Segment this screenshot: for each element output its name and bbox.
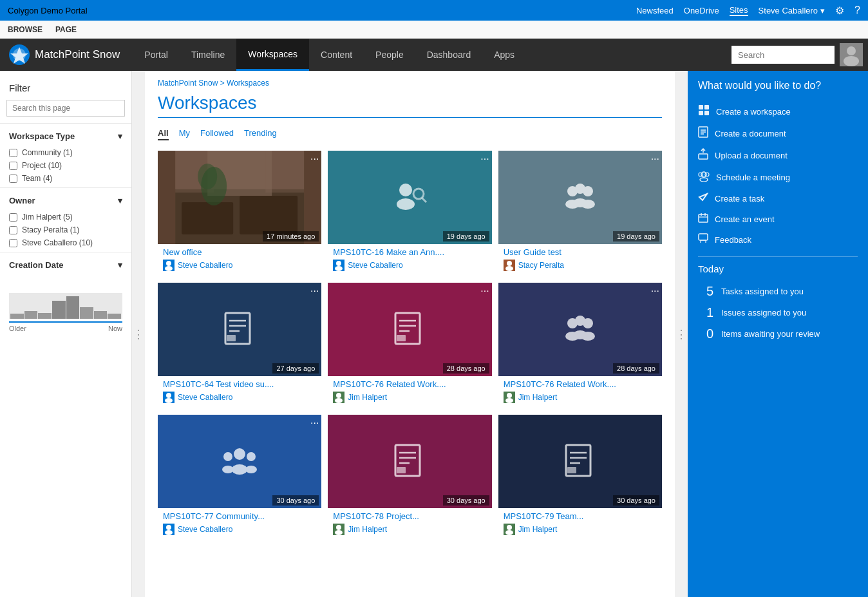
card-owner-name-6[interactable]: Jim Halpert: [518, 393, 558, 402]
newsfeed-link[interactable]: Newsfeed: [636, 6, 674, 15]
gear-icon[interactable]: ⚙: [835, 5, 844, 17]
tab-my[interactable]: My: [179, 127, 190, 140]
workspace-card-3[interactable]: 19 days ago ··· User Guide test Stacy Pe…: [498, 151, 662, 276]
card-owner-name-1[interactable]: Steve Caballero: [178, 261, 232, 270]
card-owner-5: Jim Halpert: [333, 392, 486, 403]
card-title-4[interactable]: MPS10TC-64 Test video su....: [163, 379, 316, 389]
workspace-type-header[interactable]: Workspace Type ▾: [0, 126, 131, 146]
sidebar-resize-handle[interactable]: ⋮: [132, 71, 145, 597]
svg-rect-46: [397, 335, 406, 341]
breadcrumb-root[interactable]: MatchPoint Snow: [158, 79, 218, 88]
action-create-event[interactable]: Create an event: [698, 209, 858, 229]
card-title-2[interactable]: MPS10TC-16 Make an Ann....: [333, 247, 486, 257]
tab-followed[interactable]: Followed: [200, 127, 234, 140]
filter-jim: Jim Halpert (5): [0, 211, 131, 223]
nav-content[interactable]: Content: [309, 39, 364, 71]
svg-point-48: [336, 393, 341, 398]
workspace-card-1[interactable]: 17 minutes ago ··· New office Steve Caba…: [158, 151, 321, 276]
action-create-document[interactable]: Create a document: [698, 122, 858, 144]
svg-point-40: [166, 393, 171, 398]
card-owner-name-9[interactable]: Jim Halpert: [518, 525, 558, 534]
nav-dashboard[interactable]: Dashboard: [415, 39, 483, 71]
card-timestamp-3: 19 days ago: [613, 231, 659, 242]
workspace-card-5[interactable]: 28 days ago ··· MPS10TC-76 Related Work.…: [328, 283, 491, 408]
action-create-task[interactable]: Create a task: [698, 188, 858, 209]
workspace-card-9[interactable]: 30 days ago MPS10TC-79 Team... Jim Halpe…: [498, 415, 662, 540]
card-title-8[interactable]: MPS10TC-78 Project...: [333, 511, 486, 521]
svg-point-82: [507, 525, 512, 530]
nav-workspaces[interactable]: Workspaces: [236, 39, 309, 71]
filter-stacy: Stacy Peralta (1): [0, 223, 131, 236]
stacy-checkbox[interactable]: [9, 226, 17, 234]
card-dots-5[interactable]: ···: [480, 285, 489, 297]
card-owner-name-7[interactable]: Steve Caballero: [178, 525, 232, 534]
card-image-2: 19 days ago ···: [328, 151, 491, 244]
jim-checkbox[interactable]: [9, 213, 17, 222]
filter-title: Filter: [0, 77, 131, 97]
tab-all[interactable]: All: [158, 127, 169, 140]
today-reviews[interactable]: 0 Items awaiting your review: [698, 323, 858, 345]
project-checkbox[interactable]: [9, 162, 17, 170]
card-timestamp-1: 17 minutes ago: [263, 231, 319, 242]
workspace-icon: [698, 104, 710, 118]
card-owner-name-8[interactable]: Jim Halpert: [348, 525, 387, 534]
community-checkbox[interactable]: [9, 149, 17, 157]
ribbon-page[interactable]: PAGE: [55, 25, 77, 34]
owner-avatar-1: [163, 260, 175, 271]
ribbon-browse[interactable]: BROWSE: [8, 25, 42, 34]
card-dots-7[interactable]: ···: [310, 417, 319, 429]
workspace-card-8[interactable]: 30 days ago MPS10TC-78 Project... Jim Ha…: [328, 415, 491, 540]
workspace-card-6[interactable]: 28 days ago ··· MPS10TC-76 Related Work.…: [498, 283, 662, 408]
action-schedule-meeting[interactable]: Schedule a meeting: [698, 166, 858, 188]
card-owner-name-5[interactable]: Jim Halpert: [348, 393, 387, 402]
svg-point-58: [505, 398, 513, 403]
sites-link[interactable]: Sites: [730, 5, 748, 16]
nav-timeline[interactable]: Timeline: [180, 39, 236, 71]
content-resize-handle[interactable]: ⋮: [675, 71, 688, 597]
card-owner-name-2[interactable]: Steve Caballero: [348, 261, 402, 270]
card-title-9[interactable]: MPS10TC-79 Team...: [504, 511, 657, 521]
card-title-3[interactable]: User Guide test: [504, 247, 657, 257]
workspace-card-2[interactable]: 19 days ago ··· MPS10TC-16 Make an Ann..…: [328, 151, 491, 276]
card-dots-6[interactable]: ···: [651, 285, 659, 297]
card-dots-1[interactable]: ···: [310, 153, 319, 165]
today-issues[interactable]: 1 Issues assigned to you: [698, 302, 858, 323]
creation-date-header[interactable]: Creation Date ▾: [0, 255, 131, 275]
workspace-tabs: All My Followed Trending: [158, 127, 662, 140]
today-tasks[interactable]: 5 Tasks assigned to you: [698, 281, 858, 302]
onedrive-link[interactable]: OneDrive: [684, 6, 719, 15]
action-feedback[interactable]: Feedback: [698, 229, 858, 250]
chart-labels: Older Now: [9, 325, 122, 332]
action-create-document-label: Create a document: [715, 129, 786, 138]
card-title-5[interactable]: MPS10TC-76 Related Work....: [333, 379, 486, 389]
page-search-input[interactable]: [6, 100, 125, 117]
card-owner-name-3[interactable]: Stacy Peralta: [518, 261, 564, 270]
nav-apps[interactable]: Apps: [482, 39, 526, 71]
user-menu[interactable]: Steve Caballero ▾: [759, 6, 826, 15]
task-icon: [698, 192, 708, 205]
team-checkbox[interactable]: [9, 175, 17, 183]
action-create-workspace-label: Create a workspace: [716, 107, 791, 117]
owner-header[interactable]: Owner ▾: [0, 191, 131, 211]
card-dots-3[interactable]: ···: [651, 153, 659, 165]
tab-trending[interactable]: Trending: [244, 127, 277, 140]
svg-rect-84: [699, 105, 703, 109]
nav-portal[interactable]: Portal: [133, 39, 180, 71]
card-title-7[interactable]: MPS10TC-77 Community...: [163, 511, 316, 521]
card-owner-name-4[interactable]: Steve Caballero: [178, 393, 232, 402]
action-create-workspace[interactable]: Create a workspace: [698, 100, 858, 122]
card-dots-2[interactable]: ···: [480, 153, 489, 165]
svg-point-24: [335, 266, 343, 271]
help-icon[interactable]: ?: [854, 5, 860, 16]
nav-people[interactable]: People: [364, 39, 415, 71]
search-input[interactable]: [731, 46, 835, 64]
steve-checkbox[interactable]: [9, 239, 17, 247]
workspace-card-7[interactable]: 30 days ago ··· MPS10TC-77 Community... …: [158, 415, 321, 540]
card-title-6[interactable]: MPS10TC-76 Related Work....: [504, 379, 657, 389]
card-dots-4[interactable]: ···: [310, 285, 319, 297]
panel-divider: [698, 256, 858, 257]
action-upload-document[interactable]: Upload a document: [698, 144, 858, 166]
workspace-card-4[interactable]: 27 days ago ··· MPS10TC-64 Test video su…: [158, 283, 321, 408]
card-title-1[interactable]: New office: [163, 247, 316, 257]
logo[interactable]: MatchPoint Snow: [8, 43, 120, 66]
